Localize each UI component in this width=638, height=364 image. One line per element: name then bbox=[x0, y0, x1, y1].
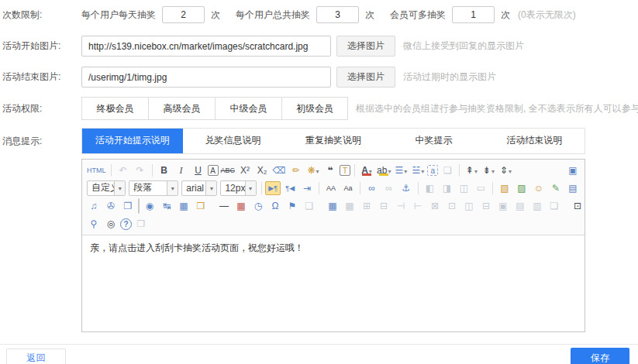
undo-icon[interactable]: ↶ bbox=[116, 163, 131, 177]
horizontal-rule-icon[interactable]: — bbox=[216, 199, 232, 213]
image-align-left-icon[interactable]: ◨ bbox=[439, 181, 454, 195]
pagebreak-icon[interactable]: ↹ bbox=[159, 199, 174, 213]
highlight-color-icon[interactable]: ab▾ bbox=[376, 163, 391, 177]
insert-code-icon[interactable]: ◉ bbox=[142, 199, 157, 213]
image-align-center-icon[interactable]: ▭ bbox=[473, 181, 488, 195]
insert-time-icon[interactable]: ◷ bbox=[250, 199, 266, 213]
blockquote-icon[interactable]: ❝ bbox=[322, 163, 338, 177]
back-button[interactable]: 返回 bbox=[6, 349, 66, 364]
to-uppercase-icon[interactable]: AA bbox=[323, 181, 339, 195]
member-group-options: 终极会员高级会员中级会员初级会员 bbox=[81, 97, 348, 120]
split-col-icon[interactable]: ▥ bbox=[529, 199, 545, 213]
image-align-right-icon[interactable]: ◫ bbox=[456, 181, 471, 195]
new-document-icon[interactable]: ❏ bbox=[440, 163, 455, 177]
screenshot-icon[interactable]: ❑ bbox=[302, 199, 317, 213]
paste-text-icon[interactable]: T bbox=[340, 165, 350, 176]
search-replace-icon[interactable]: ⚲ bbox=[86, 217, 102, 231]
paragraph-after-spacing-icon[interactable]: ⇟▾ bbox=[481, 163, 496, 177]
insert-date-icon[interactable]: ▦ bbox=[233, 199, 249, 213]
member-group-button-0[interactable]: 终极会员 bbox=[81, 97, 148, 120]
insert-col-after-icon[interactable]: ⊢ bbox=[410, 199, 426, 213]
auto-typeset-icon[interactable]: ❋▾ bbox=[305, 163, 321, 177]
font-color-icon[interactable]: A▾ bbox=[359, 163, 374, 177]
paragraph-before-spacing-icon[interactable]: ⇞▾ bbox=[464, 163, 479, 177]
paragraph-select[interactable]: 段落▾ bbox=[129, 180, 178, 196]
start-image-pick-button[interactable]: 选择图片 bbox=[336, 36, 395, 57]
border-text-icon[interactable]: A bbox=[208, 165, 219, 176]
merge-down-icon[interactable]: ⊟ bbox=[478, 199, 494, 213]
merge-cells-icon[interactable]: ▣ bbox=[495, 199, 511, 213]
underline-icon[interactable]: U bbox=[191, 163, 206, 177]
insert-music-icon[interactable]: ♫ bbox=[86, 199, 102, 213]
redo-icon[interactable]: ↷ bbox=[133, 163, 148, 177]
ordered-list-icon[interactable]: ☰▾ bbox=[393, 163, 409, 177]
end-image-input[interactable] bbox=[81, 67, 331, 88]
merge-right-icon[interactable]: ◫ bbox=[461, 199, 477, 213]
italic-icon[interactable]: I bbox=[174, 163, 189, 177]
member-group-button-1[interactable]: 高级会员 bbox=[148, 97, 215, 120]
superscript-icon[interactable]: X² bbox=[237, 163, 253, 177]
end-image-pick-button[interactable]: 选择图片 bbox=[336, 67, 395, 88]
start-image-input[interactable] bbox=[81, 36, 331, 57]
ltr-paragraph-icon[interactable]: ▶¶ bbox=[265, 181, 281, 195]
help-icon[interactable]: ? bbox=[120, 218, 132, 230]
insert-row-after-icon[interactable]: ⊟ bbox=[376, 199, 391, 213]
find-icon[interactable]: ◎ bbox=[103, 217, 119, 231]
insert-file-icon[interactable]: ❐ bbox=[120, 199, 136, 213]
message-tab-3[interactable]: 中奖提示 bbox=[384, 129, 485, 153]
special-char-icon[interactable]: Ω bbox=[267, 199, 283, 213]
link-icon[interactable]: ∞ bbox=[364, 181, 380, 195]
clear-format-icon[interactable]: ✏ bbox=[288, 163, 304, 177]
scrawl-icon[interactable]: ✎ bbox=[548, 181, 564, 195]
paste-icon[interactable]: ❒ bbox=[133, 217, 149, 231]
member-group-button-3[interactable]: 初级会员 bbox=[281, 97, 348, 120]
line-spacing-icon[interactable]: ⇕▾ bbox=[498, 163, 513, 177]
split-row-icon[interactable]: ▤ bbox=[512, 199, 528, 213]
indent-icon[interactable]: ⇥ bbox=[299, 181, 315, 195]
member-group-button-2[interactable]: 中级会员 bbox=[215, 97, 281, 120]
delete-row-icon[interactable]: ⊠ bbox=[427, 199, 443, 213]
font-family-select[interactable]: arial▾ bbox=[181, 180, 217, 196]
editor-content[interactable]: 亲，请点击进入刮刮卡抽奖活动页面，祝您好运哦！ bbox=[82, 235, 585, 331]
unlink-icon[interactable]: ∞ bbox=[381, 181, 397, 195]
attachment-icon[interactable]: ✇ bbox=[103, 199, 119, 213]
insert-iframe-icon[interactable]: ▦ bbox=[176, 199, 191, 213]
to-lowercase-icon[interactable]: Aa bbox=[340, 181, 356, 195]
format-eraser-icon[interactable]: ⌫ bbox=[271, 163, 287, 177]
message-tab-0[interactable]: 活动开始提示说明 bbox=[82, 129, 183, 153]
select-all-icon[interactable]: a bbox=[427, 165, 438, 176]
code-language-select[interactable]: 代码语言▾ bbox=[138, 198, 140, 214]
table-doc-icon[interactable]: ❏ bbox=[547, 199, 562, 213]
image-default-align-icon[interactable]: ◧ bbox=[422, 181, 437, 195]
delete-table-icon[interactable]: ▦ bbox=[342, 199, 357, 213]
daily-draw-input[interactable] bbox=[162, 6, 205, 23]
map-icon[interactable]: ⚑ bbox=[285, 199, 300, 213]
unordered-list-icon[interactable]: ☱▾ bbox=[410, 163, 426, 177]
insert-image-icon[interactable]: ▧ bbox=[497, 181, 512, 195]
delete-col-icon[interactable]: ⊡ bbox=[444, 199, 460, 213]
emoji-icon[interactable]: ☺ bbox=[531, 181, 547, 195]
rtl-paragraph-icon[interactable]: ¶◀ bbox=[282, 181, 298, 195]
message-tab-2[interactable]: 重复抽奖说明 bbox=[283, 129, 384, 153]
fullscreen-icon[interactable]: ▣ bbox=[565, 163, 581, 177]
insert-col-before-icon[interactable]: ⊣ bbox=[393, 199, 409, 213]
message-tab-1[interactable]: 兑奖信息说明 bbox=[183, 129, 284, 153]
insert-video-icon[interactable]: ▤ bbox=[565, 181, 581, 195]
snapshot-icon[interactable]: ❒ bbox=[193, 199, 209, 213]
permission-row: 活动权限: 终极会员高级会员中级会员初级会员 根据选中的会员组进行参与抽奖资格限… bbox=[2, 97, 638, 120]
insert-table-icon[interactable]: ▦ bbox=[325, 199, 340, 213]
html-source-icon[interactable]: HTML bbox=[86, 163, 107, 177]
insert-row-before-icon[interactable]: ⊞ bbox=[359, 199, 374, 213]
message-tab-4[interactable]: 活动结束说明 bbox=[484, 129, 585, 153]
multi-image-upload-icon[interactable]: ▨ bbox=[514, 181, 529, 195]
anchor-icon[interactable]: ⚓ bbox=[398, 181, 414, 195]
bold-icon[interactable]: B bbox=[157, 163, 172, 177]
save-button[interactable]: 保存 bbox=[571, 348, 629, 364]
strikethrough-icon[interactable]: ABC bbox=[220, 163, 236, 177]
member-extra-input[interactable] bbox=[452, 6, 495, 23]
subscript-icon[interactable]: X₂ bbox=[254, 163, 270, 177]
font-size-select[interactable]: 12px▾ bbox=[220, 180, 256, 196]
print-icon[interactable]: ⊡ bbox=[570, 199, 585, 213]
total-draw-input[interactable] bbox=[316, 6, 359, 23]
custom-title-select[interactable]: 自定义标题▾ bbox=[87, 180, 126, 196]
